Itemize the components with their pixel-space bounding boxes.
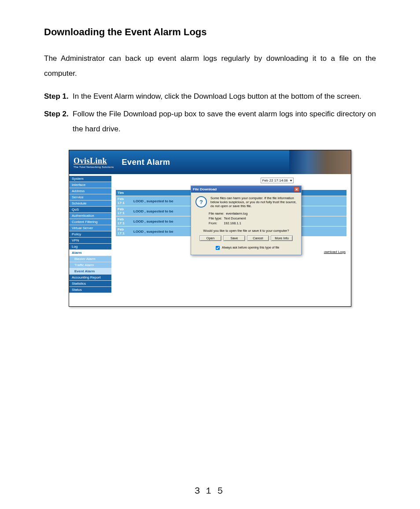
step-2-text: Follow the File Download pop-up box to s… — [73, 107, 376, 137]
dialog-title-text: File Download — [193, 187, 217, 191]
sidebar-item-alarm[interactable]: Alarm — [69, 250, 111, 256]
brand-name: OvisLink — [74, 156, 114, 166]
sidebar-item-traffic-alarm[interactable]: Traffic Alarm — [69, 262, 111, 268]
dialog-fields: File name: eventalarm.log File type: Tex… — [209, 212, 297, 225]
app-header: OvisLink The Total Networking Solutions … — [69, 150, 351, 174]
always-ask-checkbox[interactable] — [215, 246, 219, 250]
file-from-label: From: — [209, 221, 217, 225]
save-button[interactable]: Save — [223, 235, 245, 241]
main-panel: Feb 22 17:14:06 Tim Feb17:1LOOD , suspec… — [111, 174, 351, 306]
sidebar-item-content-filtering[interactable]: Content Filtering — [69, 219, 111, 225]
file-type-label: File type: — [209, 216, 222, 220]
log-time-cell: Feb17:1 — [116, 216, 132, 226]
sidebar-item-status[interactable]: Status — [69, 287, 111, 293]
app-body: SystemInterfaceAddressServiceScheduleQoS… — [69, 174, 351, 306]
intro-paragraph: The Administrator can back up event alar… — [44, 51, 376, 81]
dialog-button-row: Open Save Cancel More Info — [195, 235, 297, 241]
log-time-cell: Feb17:1 — [116, 226, 132, 236]
more-info-button[interactable]: More Info — [271, 235, 293, 241]
always-ask-label: Always ask before opening this type of f… — [222, 246, 279, 249]
section-heading: Downloading the Event Alarm Logs — [44, 26, 376, 38]
sidebar-item-address[interactable]: Address — [69, 188, 111, 194]
file-name-label: File name: — [209, 212, 224, 215]
brand-block: OvisLink The Total Networking Solutions — [69, 154, 118, 171]
sidebar-item-blaster-alarm[interactable]: Blaster Alarm — [69, 256, 111, 262]
header-photo — [289, 150, 351, 174]
file-from-value: 192.168.1.1 — [224, 221, 241, 225]
dialog-message: Some files can harm your computer. If th… — [210, 196, 297, 208]
sidebar-item-service[interactable]: Service — [69, 194, 111, 201]
log-time-cell: Feb17:1 — [116, 206, 132, 216]
question-icon: ? — [195, 196, 207, 208]
file-name-value: eventalarm.log — [226, 212, 247, 215]
sidebar-item-vpn[interactable]: VPN — [69, 238, 111, 244]
sidebar-item-event-alarm[interactable]: Event Alarm — [69, 268, 111, 275]
file-download-dialog: File Download × ? Some files can harm yo… — [191, 186, 302, 255]
sidebar-item-log[interactable]: Log — [69, 244, 111, 250]
sidebar-item-virtual-server[interactable]: Virtual Server — [69, 225, 111, 231]
embedded-screenshot: OvisLink The Total Networking Solutions … — [69, 150, 351, 307]
sidebar: SystemInterfaceAddressServiceScheduleQoS… — [69, 174, 111, 306]
download-logs-link[interactable]: ownload Logs — [324, 250, 346, 254]
sidebar-item-system[interactable]: System — [69, 176, 111, 182]
close-icon[interactable]: × — [294, 187, 299, 192]
sidebar-item-policy[interactable]: Policy — [69, 231, 111, 238]
always-ask-row: Always ask before opening this type of f… — [195, 244, 297, 252]
step-2: Step 2. Follow the File Download pop-up … — [44, 107, 376, 137]
dialog-ask-text: Would you like to open the file or save … — [195, 229, 297, 233]
sidebar-item-qos[interactable]: QoS — [69, 207, 111, 213]
sidebar-item-authentication[interactable]: Authentication — [69, 213, 111, 219]
step-1: Step 1. In the Event Alarm window, click… — [44, 89, 376, 104]
cancel-button[interactable]: Cancel — [247, 235, 269, 241]
date-dropdown-value: Feb 22 17:14:06 — [262, 178, 288, 182]
step-2-label: Step 2. — [44, 107, 73, 137]
sidebar-item-statistics[interactable]: Statistics — [69, 281, 111, 287]
dialog-body: ? Some files can harm your computer. If … — [191, 193, 301, 255]
sidebar-item-accounting-report[interactable]: Accounting Report — [69, 275, 111, 281]
dialog-titlebar[interactable]: File Download × — [191, 186, 301, 193]
step-1-text: In the Event Alarm window, click the Dow… — [73, 89, 376, 104]
log-time-cell: Feb17:1 — [116, 196, 132, 206]
page-title: Event Alarm — [122, 158, 170, 167]
brand-tagline: The Total Networking Solutions — [74, 166, 114, 168]
date-dropdown[interactable]: Feb 22 17:14:06 — [261, 178, 294, 183]
sidebar-item-schedule[interactable]: Schedule — [69, 201, 111, 207]
open-button[interactable]: Open — [199, 235, 221, 241]
step-1-label: Step 1. — [44, 89, 73, 104]
file-type-value: Text Document — [224, 216, 246, 220]
sidebar-item-interface[interactable]: Interface — [69, 182, 111, 188]
